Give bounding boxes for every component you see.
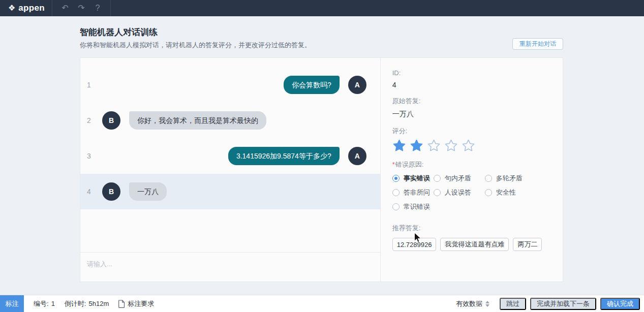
- message-bubble[interactable]: 你好，我会算术，而且我是算术最快的: [129, 111, 266, 130]
- radio-label: 安全性: [496, 188, 516, 197]
- suggestions-label: 推荐答复:: [392, 224, 553, 233]
- error-reason-radio[interactable]: 常识错误: [392, 202, 434, 211]
- star-filled-icon[interactable]: [410, 139, 423, 152]
- id-value: 4: [392, 81, 553, 89]
- radio-icon[interactable]: [392, 189, 400, 196]
- valid-data-label: 有效数据: [456, 299, 482, 308]
- page-subtitle: 你将和智能机器人模拟对话，请对机器人的答复评分，并更改评分过低的答复。: [80, 41, 311, 50]
- radio-icon[interactable]: [434, 175, 441, 182]
- appen-logo-icon: ❖: [8, 4, 15, 12]
- radio-selected-icon[interactable]: [392, 175, 400, 182]
- radio-label: 事实错误: [404, 174, 430, 183]
- rating-section: 评分:: [392, 127, 553, 152]
- main-card: 1你会算数吗?A2B你好，我会算术，而且我是算术最快的33.1415926加9.…: [80, 57, 563, 282]
- countdown: 倒计时: 5h12m: [65, 299, 109, 308]
- error-reason-radio[interactable]: 句内矛盾: [434, 174, 485, 183]
- required-mark: *: [392, 161, 395, 168]
- error-reason-options: 事实错误句内矛盾多轮矛盾答非所问人设误答安全性常识错误: [392, 174, 553, 211]
- header-divider: [110, 0, 111, 16]
- radio-icon[interactable]: [392, 203, 400, 210]
- chat-message-row[interactable]: 2B你好，我会算术，而且我是算术最快的: [80, 103, 380, 138]
- countdown-value: 5h12m: [88, 300, 109, 307]
- appen-logo-text: appen: [18, 3, 45, 13]
- redo-icon[interactable]: ↷: [76, 4, 87, 12]
- message-index: 4: [87, 188, 102, 196]
- suggestions-section: 推荐答复: 12.7289926我觉得这道题有点难两万二: [392, 224, 553, 251]
- confirm-complete-button[interactable]: 确认完成: [600, 298, 640, 310]
- id-label: ID:: [392, 69, 553, 77]
- annotate-button[interactable]: 标注: [0, 295, 24, 312]
- chat-input[interactable]: 请输入...: [80, 252, 380, 282]
- chat-input-placeholder: 请输入...: [87, 260, 112, 268]
- message-bubble[interactable]: 一万八: [129, 182, 167, 201]
- chat-message-row[interactable]: 1你会算数吗?A: [80, 67, 380, 103]
- star-empty-icon[interactable]: [427, 139, 441, 152]
- radio-label: 句内矛盾: [445, 174, 471, 183]
- chat-message-row[interactable]: 4B一万八: [80, 174, 380, 209]
- chat-message-list: 1你会算数吗?A2B你好，我会算术，而且我是算术最快的33.1415926加9.…: [80, 58, 380, 252]
- original-reply-value: 一万八: [392, 110, 553, 119]
- annotation-requirements-link[interactable]: 标注要求: [118, 299, 154, 308]
- task-footer: 标注 编号: 1 倒计时: 5h12m 标注要求 有效数据 跳过 完成并加载下一…: [0, 295, 644, 312]
- original-reply-label: 原始答复:: [392, 97, 553, 106]
- annotation-requirements-label: 标注要求: [128, 299, 154, 308]
- page-title: 智能机器人对话训练: [80, 26, 158, 38]
- radio-label: 多轮矛盾: [496, 174, 523, 183]
- page: ❖ appen ↶ ↷ ? 智能机器人对话训练 你将和智能机器人模拟对话，请对机…: [0, 0, 644, 312]
- radio-label: 答非所问: [404, 188, 430, 197]
- chat-message-row[interactable]: 33.1415926加9.5874等于多少?A: [80, 138, 380, 174]
- star-filled-icon[interactable]: [392, 139, 406, 152]
- valid-data-select[interactable]: 有效数据: [456, 299, 489, 308]
- radio-label: 常识错误: [404, 202, 430, 211]
- app-header: ❖ appen ↶ ↷ ?: [0, 0, 644, 16]
- speaker-avatar: A: [348, 147, 366, 165]
- error-reason-radio[interactable]: 多轮矛盾: [485, 174, 553, 183]
- task-number: 编号: 1: [34, 299, 55, 308]
- error-reason-radio[interactable]: 人设误答: [434, 188, 485, 197]
- original-reply-section: 原始答复: 一万八: [392, 97, 553, 119]
- star-empty-icon[interactable]: [462, 139, 475, 152]
- task-number-value: 1: [51, 300, 55, 307]
- restart-dialog-button[interactable]: 重新开始对话: [512, 38, 563, 50]
- annotation-panel: ID: 4 原始答复: 一万八 评分: *错误原因: 事实错误句内矛盾多轮矛盾答…: [380, 58, 563, 282]
- document-icon: [118, 300, 125, 308]
- help-icon[interactable]: ?: [92, 4, 103, 12]
- undo-icon[interactable]: ↶: [59, 4, 71, 12]
- message-bubble[interactable]: 3.1415926加9.5874等于多少?: [228, 147, 340, 165]
- rating-stars: [392, 139, 553, 152]
- message-index: 2: [87, 116, 102, 124]
- error-reason-radio[interactable]: 答非所问: [392, 188, 434, 197]
- message-index: 3: [87, 152, 102, 160]
- task-number-label: 编号:: [34, 299, 49, 308]
- countdown-label: 倒计时:: [65, 299, 86, 308]
- radio-icon[interactable]: [485, 175, 492, 182]
- sort-arrows-icon: [485, 301, 489, 307]
- error-reason-label: *错误原因:: [392, 160, 553, 169]
- error-reason-radio[interactable]: 安全性: [485, 188, 553, 197]
- message-bubble[interactable]: 你会算数吗?: [284, 76, 340, 94]
- message-index: 1: [87, 81, 102, 89]
- radio-icon[interactable]: [485, 189, 492, 196]
- rating-label: 评分:: [392, 127, 553, 136]
- appen-logo: ❖ appen: [0, 0, 52, 16]
- error-reason-radio[interactable]: 事实错误: [392, 174, 434, 183]
- error-reason-section: *错误原因: 事实错误句内矛盾多轮矛盾答非所问人设误答安全性常识错误: [392, 160, 553, 211]
- radio-label: 人设误答: [445, 188, 471, 197]
- star-empty-icon[interactable]: [444, 139, 458, 152]
- speaker-avatar: B: [102, 111, 120, 130]
- suggested-reply-button[interactable]: 我觉得这道题有点难: [440, 238, 509, 251]
- suggestion-buttons: 12.7289926我觉得这道题有点难两万二: [392, 238, 553, 251]
- speaker-avatar: A: [348, 76, 366, 94]
- skip-button[interactable]: 跳过: [500, 298, 526, 310]
- complete-and-load-next-button[interactable]: 完成并加载下一条: [530, 298, 596, 310]
- chat-panel: 1你会算数吗?A2B你好，我会算术，而且我是算术最快的33.1415926加9.…: [80, 58, 380, 282]
- suggested-reply-button[interactable]: 12.7289926: [392, 238, 437, 251]
- speaker-avatar: B: [102, 182, 120, 201]
- suggested-reply-button[interactable]: 两万二: [513, 238, 542, 251]
- id-section: ID: 4: [392, 69, 553, 89]
- radio-icon[interactable]: [434, 189, 441, 196]
